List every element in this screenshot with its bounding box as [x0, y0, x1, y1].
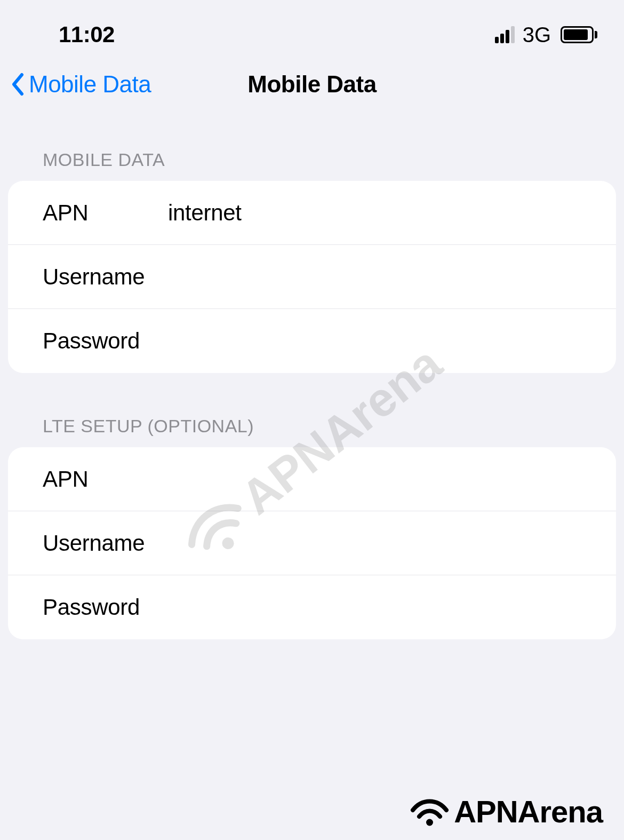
navigation-bar: Mobile Data Mobile Data: [0, 59, 624, 117]
back-button-label: Mobile Data: [29, 71, 151, 98]
label-apn: APN: [43, 200, 168, 226]
section-header-mobile-data: MOBILE DATA: [8, 149, 616, 181]
page-title: Mobile Data: [247, 71, 376, 98]
row-mobile-data-password[interactable]: Password: [8, 309, 616, 373]
input-mobile-data-password[interactable]: [168, 328, 595, 354]
row-lte-username[interactable]: Username: [8, 511, 616, 575]
section-header-lte-setup: LTE SETUP (OPTIONAL): [8, 416, 616, 447]
label-username: Username: [43, 264, 168, 290]
label-password: Password: [43, 595, 168, 620]
watermark-text: APNArena: [454, 794, 603, 829]
wifi-icon: [410, 796, 450, 827]
row-mobile-data-username[interactable]: Username: [8, 245, 616, 309]
label-apn: APN: [43, 466, 168, 492]
input-lte-password[interactable]: [168, 595, 595, 620]
input-mobile-data-username[interactable]: [168, 264, 595, 290]
row-lte-password[interactable]: Password: [8, 575, 616, 639]
row-mobile-data-apn[interactable]: APN: [8, 181, 616, 245]
back-button[interactable]: Mobile Data: [11, 71, 151, 98]
network-type-label: 3G: [523, 23, 551, 47]
label-username: Username: [43, 530, 168, 556]
cellular-signal-icon: [495, 26, 515, 43]
section-group-lte-setup: APN Username Password: [8, 447, 616, 639]
input-lte-apn[interactable]: [168, 466, 595, 492]
status-indicators: 3G: [495, 23, 597, 47]
chevron-left-icon: [11, 73, 25, 96]
watermark-bottom: APNArena: [410, 794, 603, 829]
svg-point-1: [426, 819, 433, 826]
content: MOBILE DATA APN Username Password LTE SE…: [0, 117, 624, 639]
status-bar: 11:02 3G: [0, 0, 624, 59]
status-time: 11:02: [59, 22, 115, 47]
section-group-mobile-data: APN Username Password: [8, 181, 616, 373]
battery-icon: [561, 26, 597, 43]
row-lte-apn[interactable]: APN: [8, 447, 616, 511]
input-lte-username[interactable]: [168, 530, 595, 556]
label-password: Password: [43, 328, 168, 354]
input-mobile-data-apn[interactable]: [168, 200, 595, 226]
